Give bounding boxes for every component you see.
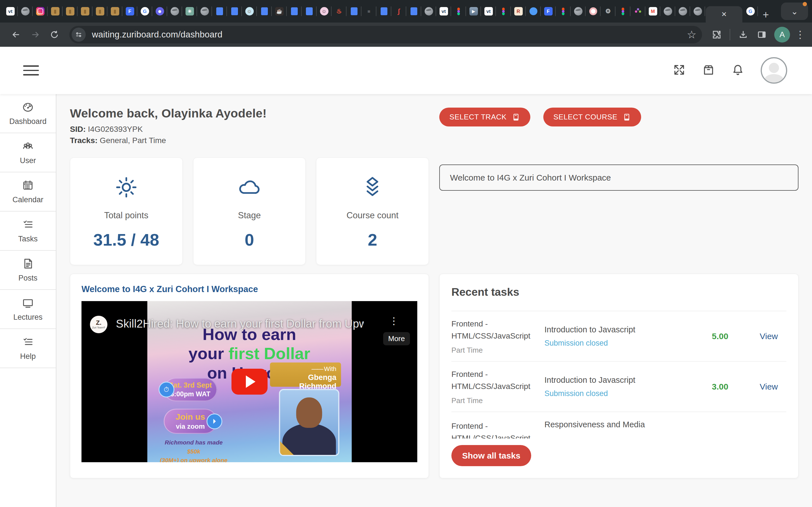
bell-icon[interactable] xyxy=(731,63,744,77)
woman-favicon-icon: ☺ xyxy=(245,7,254,15)
browser-tab[interactable]: vt xyxy=(481,0,496,22)
browser-tab[interactable] xyxy=(526,0,541,22)
extensions-icon[interactable] xyxy=(709,27,725,43)
browser-tab[interactable]: ☕ xyxy=(272,0,287,22)
site-settings-icon[interactable] xyxy=(71,27,86,42)
browser-tab[interactable] xyxy=(556,0,571,22)
browser-tab[interactable] xyxy=(451,0,466,22)
side-panel-icon[interactable] xyxy=(754,27,770,43)
tracks-line: Tracks: General, Part Time xyxy=(70,136,429,145)
back-button[interactable] xyxy=(8,26,24,43)
expand-icon[interactable] xyxy=(673,63,686,77)
browser-tab[interactable] xyxy=(675,0,690,22)
sidebar-item-calendar[interactable]: Calendar xyxy=(0,172,56,212)
sidebar-item-lectures[interactable]: Lectures xyxy=(0,290,56,329)
pinko-favicon-icon xyxy=(589,7,597,15)
browser-tab[interactable]: ■ xyxy=(361,0,376,22)
browser-tab[interactable]: R xyxy=(511,0,526,22)
browser-tab[interactable] xyxy=(167,0,182,22)
browser-tab[interactable] xyxy=(18,0,33,22)
user-avatar[interactable] xyxy=(761,57,787,83)
browser-tab[interactable] xyxy=(347,0,361,22)
browser-tab[interactable]: F xyxy=(541,0,556,22)
google-favicon: G xyxy=(746,7,755,15)
browser-tab[interactable]: vt xyxy=(436,0,451,22)
globe-favicon-icon xyxy=(21,7,30,15)
browser-tab[interactable]: vt xyxy=(3,0,18,22)
box-icon[interactable] xyxy=(702,63,715,77)
tab-search-button[interactable]: ⌄ xyxy=(781,3,808,20)
browser-tab[interactable]: ▮ xyxy=(78,0,93,22)
browser-tab[interactable]: ✳ xyxy=(182,0,197,22)
browser-tab[interactable]: ☺ xyxy=(317,0,332,22)
browser-tab[interactable]: M xyxy=(645,0,660,22)
browser-tab[interactable] xyxy=(33,0,48,22)
browser-tab[interactable] xyxy=(287,0,302,22)
sidebar-item-dashboard[interactable]: Dashboard xyxy=(0,94,56,133)
browser-tab[interactable]: F xyxy=(122,0,137,22)
forward-button[interactable] xyxy=(27,26,43,43)
browser-tab[interactable] xyxy=(571,0,586,22)
new-tab-button[interactable]: + xyxy=(758,7,774,22)
browser-profile-avatar[interactable]: A xyxy=(774,27,790,43)
sidebar-item-posts[interactable]: Posts xyxy=(0,251,56,290)
workspace-select[interactable]: Welcome to I4G x Zuri Cohort I Workspace xyxy=(439,165,799,191)
table-row: Frontend - HTML/CSS/JavaScriptResponsive… xyxy=(451,411,786,439)
browser-tab[interactable]: ▶ xyxy=(466,0,481,22)
browser-menu-icon[interactable]: ⋮ xyxy=(795,29,806,41)
browser-tab[interactable] xyxy=(690,0,705,22)
bookmark-star-icon[interactable]: ☆ xyxy=(687,29,696,41)
gmail-favicon-icon: M xyxy=(649,7,657,15)
active-tab[interactable]: ✕ xyxy=(706,6,742,22)
select-course-button[interactable]: SELECT COURSE xyxy=(543,108,641,126)
browser-tab[interactable] xyxy=(376,0,391,22)
show-all-tasks-button[interactable]: Show all tasks xyxy=(451,445,531,466)
youtube-video-title[interactable]: Skill2Hired: How to earn your first Doll… xyxy=(116,318,364,330)
browser-tab[interactable]: ▮ xyxy=(107,0,122,22)
youtube-play-button[interactable] xyxy=(232,369,267,395)
browser-tab[interactable]: ▮ xyxy=(93,0,107,22)
browser-tab[interactable]: ▮ xyxy=(63,0,78,22)
stat-label: Course count xyxy=(347,210,398,221)
omnibox[interactable]: waiting.zuriboard.com/dashboard ☆ xyxy=(69,26,702,43)
browser-tab[interactable] xyxy=(421,0,436,22)
hamburger-menu-icon[interactable] xyxy=(23,65,39,75)
task-view-link[interactable]: View xyxy=(760,382,786,392)
url-text[interactable]: waiting.zuriboard.com/dashboard xyxy=(92,30,687,40)
youtube-player[interactable]: How to earn your first Dollar on Upwork … xyxy=(82,301,417,462)
reload-button[interactable] xyxy=(46,26,63,43)
browser-tab[interactable] xyxy=(586,0,601,22)
browser-tab[interactable]: ∫ xyxy=(391,0,406,22)
browser-tab[interactable] xyxy=(197,0,212,22)
browser-tab[interactable]: ♨ xyxy=(332,0,347,22)
browser-tab[interactable] xyxy=(406,0,421,22)
browser-tab[interactable] xyxy=(302,0,317,22)
sidebar-item-tasks[interactable]: Tasks xyxy=(0,212,56,251)
task-view-link[interactable]: View xyxy=(760,332,786,341)
sidebar-item-help[interactable]: Help xyxy=(0,329,56,368)
browser-tab[interactable] xyxy=(227,0,242,22)
browser-tab[interactable] xyxy=(257,0,272,22)
youtube-kebab-icon[interactable]: ⋮ xyxy=(389,315,399,327)
close-tab-icon[interactable]: ✕ xyxy=(721,10,727,18)
browser-tab[interactable]: ☺ xyxy=(242,0,257,22)
browser-tab[interactable] xyxy=(212,0,227,22)
youtube-more-button[interactable]: More xyxy=(383,332,410,345)
browser-tab[interactable] xyxy=(660,0,675,22)
select-track-button[interactable]: SELECT TRACK xyxy=(439,108,530,126)
browser-tab[interactable]: G xyxy=(137,0,152,22)
browser-tab[interactable]: ☻ xyxy=(152,0,167,22)
sid-line: SID: I4G026393YPK xyxy=(70,125,429,134)
sidebar-item-user[interactable]: User xyxy=(0,133,56,172)
recent-tasks-title: Recent tasks xyxy=(451,286,786,298)
browser-tab[interactable]: G xyxy=(743,0,758,22)
coffee-favicon-icon: ☕ xyxy=(275,7,284,15)
browser-tab[interactable] xyxy=(615,0,630,22)
task-course: Frontend - HTML/CSS/JavaScript xyxy=(451,318,545,342)
browser-tab[interactable] xyxy=(496,0,511,22)
browser-tab[interactable] xyxy=(630,0,645,22)
browser-tab[interactable]: ▮ xyxy=(48,0,63,22)
downloads-icon[interactable] xyxy=(735,27,751,43)
browser-tab[interactable]: ⚙ xyxy=(601,0,615,22)
channel-avatar[interactable]: Z. Zuri Team® xyxy=(90,316,107,333)
